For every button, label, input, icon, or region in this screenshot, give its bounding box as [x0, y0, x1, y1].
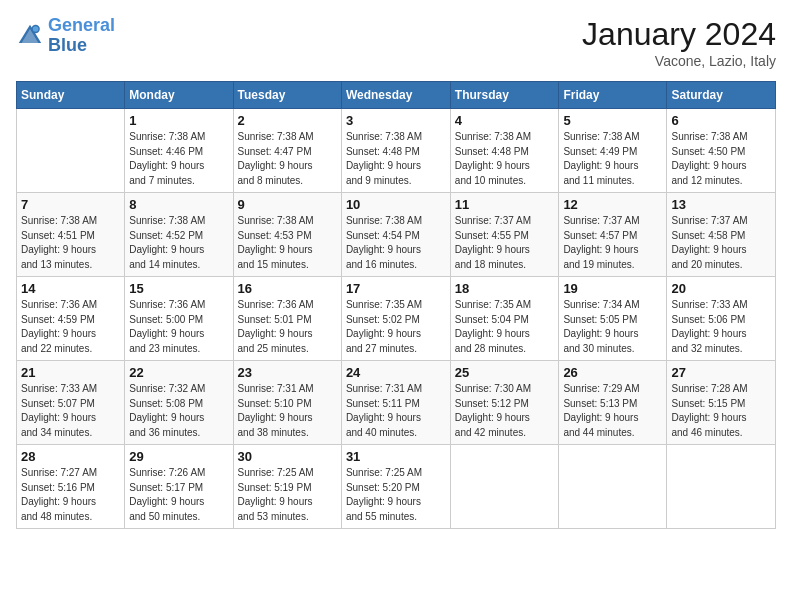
day-info: Sunrise: 7:35 AM Sunset: 5:04 PM Dayligh…: [455, 298, 555, 356]
day-info: Sunrise: 7:38 AM Sunset: 4:52 PM Dayligh…: [129, 214, 228, 272]
day-info: Sunrise: 7:36 AM Sunset: 5:01 PM Dayligh…: [238, 298, 337, 356]
calendar-cell: 13Sunrise: 7:37 AM Sunset: 4:58 PM Dayli…: [667, 193, 776, 277]
col-header-monday: Monday: [125, 82, 233, 109]
calendar-cell: 25Sunrise: 7:30 AM Sunset: 5:12 PM Dayli…: [450, 361, 559, 445]
calendar-cell: 5Sunrise: 7:38 AM Sunset: 4:49 PM Daylig…: [559, 109, 667, 193]
col-header-friday: Friday: [559, 82, 667, 109]
col-header-wednesday: Wednesday: [341, 82, 450, 109]
week-row-5: 28Sunrise: 7:27 AM Sunset: 5:16 PM Dayli…: [17, 445, 776, 529]
day-number: 8: [129, 197, 228, 212]
header: GeneralBlue January 2024 Vacone, Lazio, …: [16, 16, 776, 69]
week-row-2: 7Sunrise: 7:38 AM Sunset: 4:51 PM Daylig…: [17, 193, 776, 277]
day-info: Sunrise: 7:30 AM Sunset: 5:12 PM Dayligh…: [455, 382, 555, 440]
calendar-cell: 19Sunrise: 7:34 AM Sunset: 5:05 PM Dayli…: [559, 277, 667, 361]
day-number: 10: [346, 197, 446, 212]
day-number: 21: [21, 365, 120, 380]
day-number: 12: [563, 197, 662, 212]
day-number: 31: [346, 449, 446, 464]
day-number: 22: [129, 365, 228, 380]
day-info: Sunrise: 7:26 AM Sunset: 5:17 PM Dayligh…: [129, 466, 228, 524]
title-area: January 2024 Vacone, Lazio, Italy: [582, 16, 776, 69]
day-number: 29: [129, 449, 228, 464]
calendar-subtitle: Vacone, Lazio, Italy: [582, 53, 776, 69]
calendar-cell: 1Sunrise: 7:38 AM Sunset: 4:46 PM Daylig…: [125, 109, 233, 193]
calendar-table: SundayMondayTuesdayWednesdayThursdayFrid…: [16, 81, 776, 529]
day-number: 1: [129, 113, 228, 128]
calendar-cell: 2Sunrise: 7:38 AM Sunset: 4:47 PM Daylig…: [233, 109, 341, 193]
calendar-cell: [17, 109, 125, 193]
calendar-cell: [450, 445, 559, 529]
calendar-cell: 8Sunrise: 7:38 AM Sunset: 4:52 PM Daylig…: [125, 193, 233, 277]
day-number: 24: [346, 365, 446, 380]
day-info: Sunrise: 7:27 AM Sunset: 5:16 PM Dayligh…: [21, 466, 120, 524]
day-number: 27: [671, 365, 771, 380]
calendar-cell: 10Sunrise: 7:38 AM Sunset: 4:54 PM Dayli…: [341, 193, 450, 277]
day-number: 14: [21, 281, 120, 296]
day-info: Sunrise: 7:34 AM Sunset: 5:05 PM Dayligh…: [563, 298, 662, 356]
day-number: 9: [238, 197, 337, 212]
day-number: 30: [238, 449, 337, 464]
day-info: Sunrise: 7:33 AM Sunset: 5:06 PM Dayligh…: [671, 298, 771, 356]
day-info: Sunrise: 7:37 AM Sunset: 4:57 PM Dayligh…: [563, 214, 662, 272]
day-info: Sunrise: 7:38 AM Sunset: 4:48 PM Dayligh…: [346, 130, 446, 188]
week-row-4: 21Sunrise: 7:33 AM Sunset: 5:07 PM Dayli…: [17, 361, 776, 445]
day-number: 23: [238, 365, 337, 380]
day-number: 11: [455, 197, 555, 212]
day-number: 19: [563, 281, 662, 296]
calendar-cell: 15Sunrise: 7:36 AM Sunset: 5:00 PM Dayli…: [125, 277, 233, 361]
calendar-cell: 29Sunrise: 7:26 AM Sunset: 5:17 PM Dayli…: [125, 445, 233, 529]
day-number: 2: [238, 113, 337, 128]
logo-text: GeneralBlue: [48, 16, 115, 56]
calendar-cell: 20Sunrise: 7:33 AM Sunset: 5:06 PM Dayli…: [667, 277, 776, 361]
day-number: 6: [671, 113, 771, 128]
day-info: Sunrise: 7:37 AM Sunset: 4:55 PM Dayligh…: [455, 214, 555, 272]
day-info: Sunrise: 7:28 AM Sunset: 5:15 PM Dayligh…: [671, 382, 771, 440]
day-info: Sunrise: 7:38 AM Sunset: 4:47 PM Dayligh…: [238, 130, 337, 188]
day-info: Sunrise: 7:38 AM Sunset: 4:50 PM Dayligh…: [671, 130, 771, 188]
day-number: 20: [671, 281, 771, 296]
calendar-cell: 30Sunrise: 7:25 AM Sunset: 5:19 PM Dayli…: [233, 445, 341, 529]
day-number: 13: [671, 197, 771, 212]
day-info: Sunrise: 7:36 AM Sunset: 5:00 PM Dayligh…: [129, 298, 228, 356]
day-info: Sunrise: 7:38 AM Sunset: 4:48 PM Dayligh…: [455, 130, 555, 188]
day-number: 5: [563, 113, 662, 128]
calendar-cell: 22Sunrise: 7:32 AM Sunset: 5:08 PM Dayli…: [125, 361, 233, 445]
day-number: 4: [455, 113, 555, 128]
day-number: 18: [455, 281, 555, 296]
calendar-cell: 6Sunrise: 7:38 AM Sunset: 4:50 PM Daylig…: [667, 109, 776, 193]
calendar-cell: 4Sunrise: 7:38 AM Sunset: 4:48 PM Daylig…: [450, 109, 559, 193]
day-info: Sunrise: 7:38 AM Sunset: 4:54 PM Dayligh…: [346, 214, 446, 272]
day-number: 28: [21, 449, 120, 464]
day-info: Sunrise: 7:25 AM Sunset: 5:19 PM Dayligh…: [238, 466, 337, 524]
day-number: 3: [346, 113, 446, 128]
col-header-saturday: Saturday: [667, 82, 776, 109]
calendar-cell: [667, 445, 776, 529]
day-number: 26: [563, 365, 662, 380]
calendar-cell: 23Sunrise: 7:31 AM Sunset: 5:10 PM Dayli…: [233, 361, 341, 445]
calendar-cell: 11Sunrise: 7:37 AM Sunset: 4:55 PM Dayli…: [450, 193, 559, 277]
calendar-cell: 7Sunrise: 7:38 AM Sunset: 4:51 PM Daylig…: [17, 193, 125, 277]
calendar-cell: 9Sunrise: 7:38 AM Sunset: 4:53 PM Daylig…: [233, 193, 341, 277]
day-number: 17: [346, 281, 446, 296]
calendar-cell: 31Sunrise: 7:25 AM Sunset: 5:20 PM Dayli…: [341, 445, 450, 529]
day-info: Sunrise: 7:38 AM Sunset: 4:49 PM Dayligh…: [563, 130, 662, 188]
day-info: Sunrise: 7:29 AM Sunset: 5:13 PM Dayligh…: [563, 382, 662, 440]
calendar-cell: 12Sunrise: 7:37 AM Sunset: 4:57 PM Dayli…: [559, 193, 667, 277]
calendar-cell: 27Sunrise: 7:28 AM Sunset: 5:15 PM Dayli…: [667, 361, 776, 445]
day-info: Sunrise: 7:32 AM Sunset: 5:08 PM Dayligh…: [129, 382, 228, 440]
logo-icon: [16, 22, 44, 50]
day-info: Sunrise: 7:25 AM Sunset: 5:20 PM Dayligh…: [346, 466, 446, 524]
day-info: Sunrise: 7:38 AM Sunset: 4:51 PM Dayligh…: [21, 214, 120, 272]
day-info: Sunrise: 7:31 AM Sunset: 5:11 PM Dayligh…: [346, 382, 446, 440]
calendar-cell: 24Sunrise: 7:31 AM Sunset: 5:11 PM Dayli…: [341, 361, 450, 445]
calendar-cell: 16Sunrise: 7:36 AM Sunset: 5:01 PM Dayli…: [233, 277, 341, 361]
calendar-cell: [559, 445, 667, 529]
calendar-cell: 21Sunrise: 7:33 AM Sunset: 5:07 PM Dayli…: [17, 361, 125, 445]
week-row-3: 14Sunrise: 7:36 AM Sunset: 4:59 PM Dayli…: [17, 277, 776, 361]
calendar-title: January 2024: [582, 16, 776, 53]
day-info: Sunrise: 7:38 AM Sunset: 4:53 PM Dayligh…: [238, 214, 337, 272]
calendar-cell: 14Sunrise: 7:36 AM Sunset: 4:59 PM Dayli…: [17, 277, 125, 361]
day-number: 15: [129, 281, 228, 296]
calendar-header: SundayMondayTuesdayWednesdayThursdayFrid…: [17, 82, 776, 109]
calendar-cell: 17Sunrise: 7:35 AM Sunset: 5:02 PM Dayli…: [341, 277, 450, 361]
